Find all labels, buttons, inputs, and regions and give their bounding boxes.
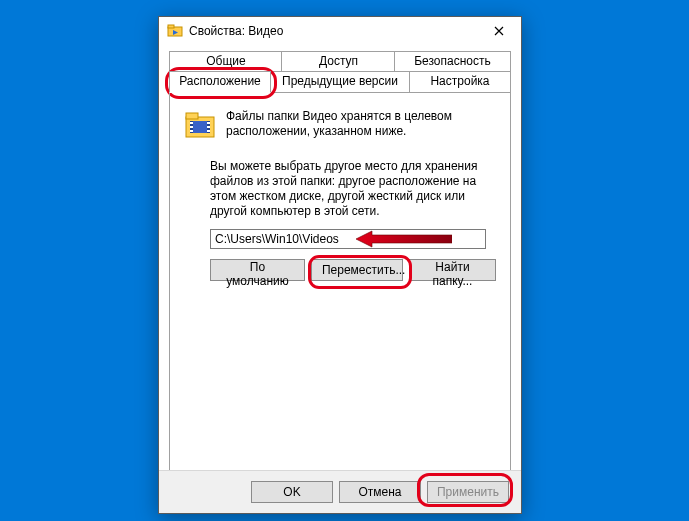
location-buttons-row: По умолчанию Переместить... Найти папку.… [210,259,496,281]
apply-button[interactable]: Применить [427,481,509,503]
ok-button[interactable]: OK [251,481,333,503]
description-text: Файлы папки Видео хранятся в целевом рас… [226,109,496,141]
dialog-client-area: Общие Доступ Безопасность Расположение П… [159,45,521,504]
svg-rect-13 [207,130,210,132]
tab-general[interactable]: Общие [169,51,283,73]
tab-customize[interactable]: Настройка [409,71,511,93]
tab-location[interactable]: Расположение [169,71,271,93]
tab-sharing[interactable]: Доступ [281,51,396,73]
svg-rect-12 [207,126,210,128]
svg-rect-11 [207,122,210,124]
video-folder-icon [184,109,216,141]
tab-security[interactable]: Безопасность [394,51,511,73]
svg-rect-9 [190,126,193,128]
folder-icon [167,23,183,39]
tab-panel-location: Файлы папки Видео хранятся в целевом рас… [169,93,511,494]
find-target-button[interactable]: Найти папку... [409,259,496,281]
description-row: Файлы папки Видео хранятся в целевом рас… [184,109,496,141]
svg-rect-10 [190,130,193,132]
svg-rect-8 [190,122,193,124]
svg-rect-1 [168,25,174,28]
move-button[interactable]: Переместить... [311,259,403,281]
window-title: Свойства: Видео [189,24,477,38]
instruction-text: Вы можете выбрать другое место для хране… [210,159,496,219]
path-row [210,229,496,249]
restore-default-button[interactable]: По умолчанию [210,259,305,281]
desktop-background: Свойства: Видео Общие Доступ Безопасност… [0,0,689,521]
title-bar[interactable]: Свойства: Видео [159,17,521,45]
close-button[interactable] [477,17,521,45]
tab-previous-versions[interactable]: Предыдущие версии [269,71,411,93]
svg-rect-4 [186,113,198,119]
dialog-footer: OK Отмена Применить [159,470,521,513]
properties-dialog: Свойства: Видео Общие Доступ Безопасност… [158,16,522,514]
target-path-input[interactable] [210,229,486,249]
tab-strip: Общие Доступ Безопасность Расположение П… [169,51,511,93]
cancel-button[interactable]: Отмена [339,481,421,503]
